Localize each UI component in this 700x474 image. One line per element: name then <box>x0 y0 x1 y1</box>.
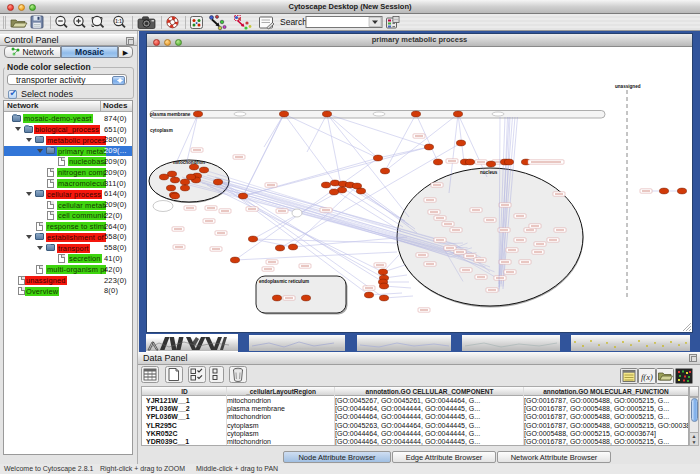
svg-text:unassigned: unassigned <box>615 84 641 89</box>
svg-text:f(x): f(x) <box>641 372 653 382</box>
svg-text:plasma membrane: plasma membrane <box>150 112 191 117</box>
svg-text:mitochondrion: mitochondrion <box>173 160 205 165</box>
svg-text:nucleus: nucleus <box>480 170 498 175</box>
svg-text:endoplasmic reticulum: endoplasmic reticulum <box>259 279 309 284</box>
svg-text:1:1: 1:1 <box>115 19 122 24</box>
svg-text:cytoplasm: cytoplasm <box>150 128 173 133</box>
svg-text:Search:: Search: <box>280 17 309 27</box>
